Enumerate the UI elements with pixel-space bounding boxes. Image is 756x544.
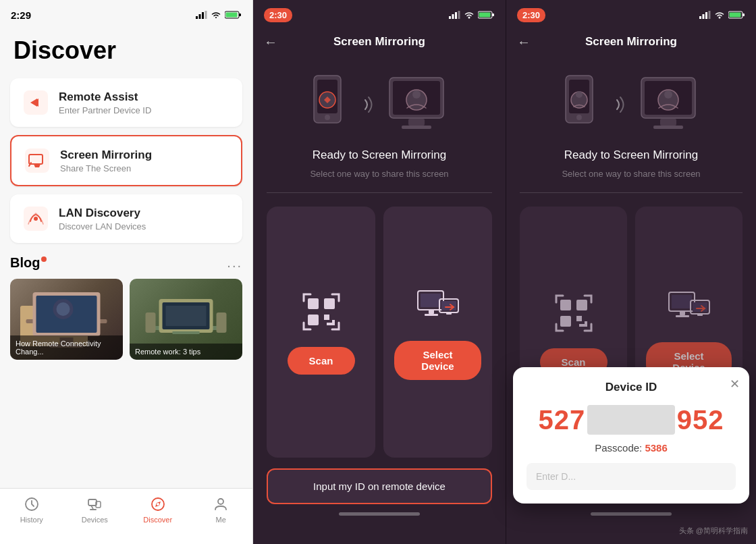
tab-history[interactable]: History [0,495,63,524]
svg-rect-2 [202,12,204,19]
home-indicator-3 [591,512,672,516]
popup-device-id: 527░░░░952 [526,405,736,435]
nav-title-2: Screen Mirroring [333,35,425,49]
popup-input-placeholder: Enter D... [536,471,576,482]
svg-rect-64 [699,16,701,19]
input-id-button-2[interactable]: Input my ID on remote device [267,468,492,504]
wave-dots [362,94,376,115]
svg-rect-95 [697,314,703,316]
svg-rect-22 [166,306,207,326]
mirror-illustration-2 [253,54,506,148]
blog-more-button[interactable]: ... [227,255,242,271]
tab-discover[interactable]: Discover [126,495,190,524]
svg-rect-90 [672,295,692,308]
blog-notification-dot [41,256,47,262]
nav-title-3: Screen Mirroring [585,35,677,49]
svg-rect-59 [429,310,434,314]
svg-rect-91 [680,311,685,315]
screen-mirroring-subtitle: Share The Screen [60,163,152,173]
lan-discovery-title: LAN Discovery [59,207,146,220]
svg-rect-33 [449,16,451,19]
ready-text-2: Ready to Screen Mirroring [253,148,506,162]
svg-rect-58 [421,294,441,307]
battery-icon-3 [728,11,745,19]
svg-point-11 [34,217,38,221]
svg-rect-36 [458,11,460,19]
device-id-blur: ░░░░ [587,405,674,435]
menu-item-remote-assist[interactable]: Remote Assist Enter Partner Device ID [10,78,242,127]
tab-me-label: Me [216,516,226,524]
lan-discovery-subtitle: Discover LAN Devices [59,221,146,232]
select-device-button[interactable]: Select Device [394,341,481,380]
tab-devices[interactable]: Devices [63,495,127,524]
menu-item-lan-discovery[interactable]: LAN Discovery Discover LAN Devices [10,194,242,243]
phone-illustration [308,74,356,135]
back-button-3[interactable]: ← [517,34,531,50]
blog-section: Blog ... Ho [0,243,252,360]
me-icon [212,495,230,513]
battery-icon [225,11,242,19]
svg-rect-63 [446,312,452,315]
svg-rect-35 [455,12,457,19]
scan-button[interactable]: Scan [288,347,355,375]
svg-rect-52 [324,298,335,309]
passcode-row: Passcode: 5386 [526,442,736,454]
svg-rect-67 [709,11,711,19]
svg-rect-23 [173,331,200,334]
blog-image-1[interactable]: How Remote Connectivity Chang... [10,279,123,360]
monitor-illustration [383,74,450,135]
battery-icon-2 [478,11,495,19]
page-title: Discover [0,30,252,78]
blog-header: Blog ... [10,255,242,271]
popup-input-area[interactable]: Enter D... [526,463,736,490]
tab-devices-label: Devices [82,516,108,524]
nav-bar-3: ← Screen Mirroring [506,30,756,54]
popup-close-button[interactable]: ✕ [730,377,740,391]
passcode-label: Passcode: [595,442,642,454]
svg-rect-5 [239,13,241,16]
screen-mirroring-text: Screen Mirroring Share The Screen [60,148,152,173]
svg-point-32 [218,499,223,504]
mirror-bottom-2: Input my ID on remote device [253,458,506,544]
svg-rect-65 [703,14,705,19]
svg-rect-55 [332,320,335,325]
status-time-3: 2:30 [517,8,545,22]
blog-image-label-1: How Remote Connectivity Chang... [10,335,123,360]
svg-rect-1 [199,14,201,19]
svg-rect-87 [585,321,587,327]
svg-rect-79 [660,119,676,126]
status-icons-2 [449,11,495,19]
panel-mirror-1: 2:30 ← Screen Mirroring [253,0,506,544]
status-bar-2: 2:30 [253,0,506,30]
qr-scan-icon-3 [552,292,595,335]
mirror-options-2: Scan Select Device [253,207,506,458]
svg-point-31 [157,503,159,506]
blog-images: How Remote Connectivity Chang... Rem [10,279,242,360]
svg-point-74 [576,115,582,120]
svg-rect-48 [402,126,431,129]
divider-2 [267,192,492,193]
blog-image-label-2: Remote work: 3 tips [130,344,242,360]
scan-option[interactable]: Scan [267,207,375,458]
svg-rect-24 [146,312,156,333]
svg-rect-94 [693,302,707,312]
menu-items: Remote Assist Enter Partner Device ID Sc… [0,78,252,243]
tab-me[interactable]: Me [190,495,253,524]
remote-assist-title: Remote Assist [59,90,151,104]
svg-rect-60 [425,314,438,316]
tab-discover-label: Discover [143,516,172,524]
back-button-2[interactable]: ← [264,34,277,50]
status-time-2: 2:30 [264,8,292,22]
svg-rect-25 [217,312,227,333]
blog-image-2[interactable]: Remote work: 3 tips [130,279,242,360]
signal-icon-3 [699,11,711,19]
select-device-option[interactable]: Select Device [383,207,492,458]
svg-rect-34 [452,14,454,19]
svg-point-82 [664,90,672,99]
menu-item-screen-mirroring[interactable]: Screen Mirroring Share The Screen [10,135,242,186]
screen-mirroring-icon [24,147,51,174]
mirror-illustration-3 [506,54,756,148]
svg-rect-85 [560,316,571,327]
lan-discovery-icon [22,205,49,232]
select-device-icon-3 [668,285,711,329]
